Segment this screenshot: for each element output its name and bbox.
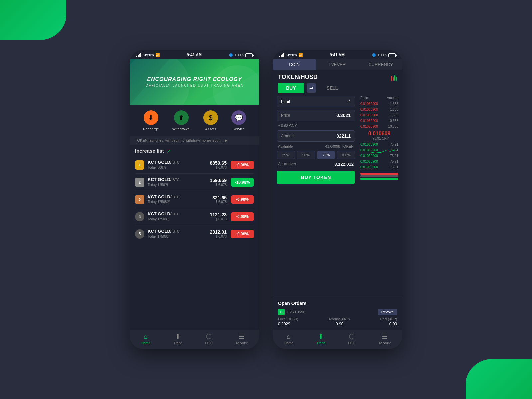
nav-otc-1[interactable]: ⬡ OTC	[200, 332, 218, 345]
ob-amount-col-header: Amount	[387, 96, 398, 100]
bottom-nav-1: ⌂ Home ⬆ Trade ⬡ OTC ☰ Account	[130, 330, 259, 349]
change-badge-2: -10.98%	[231, 178, 254, 187]
phone-1: Sketch 📶 9:41 AM 🔷 100% ENCOURAGING RIGH…	[130, 50, 259, 349]
tab-coin[interactable]: COIN	[273, 59, 316, 70]
nav-home-2[interactable]: ⌂ Home	[279, 333, 299, 345]
marquee-text: TOKEN launches, will begin to withdraw m…	[135, 138, 227, 142]
bottom-nav-2: ⌂ Home ⬆ Trade ⬡ OTC ☰ Account	[273, 330, 402, 349]
order-val-amount: 9.90	[336, 322, 343, 326]
price-field[interactable]: Price 0.3021	[277, 110, 355, 121]
available-row: Avaliable 41.00098 TOKEN	[277, 144, 355, 148]
bg-decoration-br	[466, 359, 532, 399]
status-right-2: 🔷 100%	[372, 53, 396, 57]
coin-price-col-3: 321.65 $ 6.078	[212, 195, 227, 204]
list-item[interactable]: 1 KCT GOLD/ BTC Today 508万 8859.65 $ 6.0…	[135, 156, 254, 174]
trade-icon-2: ⬆	[318, 332, 324, 340]
amount-label: Amount	[281, 134, 295, 138]
coin-price-col-4: 1121.23 $ 6.078	[210, 212, 227, 221]
ob-bid-amount-3: 75.91	[390, 154, 398, 158]
rank-badge-1: 1	[135, 160, 144, 170]
ob-ask-amount-4: 10,358	[388, 119, 398, 123]
tab-currency[interactable]: CURRENCY	[359, 59, 402, 70]
coin-pair-3: BTC	[173, 195, 179, 199]
nav-home-1[interactable]: ⌂ Home	[136, 333, 156, 345]
battery-icon-1	[245, 53, 253, 57]
action-recharge[interactable]: ⬇ Recharge	[143, 110, 159, 131]
coin-vol-2: Today 1158万	[148, 183, 210, 187]
ob-ask-price-2: 0.01060900	[360, 108, 378, 111]
coin-info-2: KCT GOLD/ BTC Today 1158万	[148, 177, 210, 187]
available-label: Avaliable	[278, 144, 293, 148]
tab-bar: COIN LVEVER CURRENCY	[273, 59, 402, 70]
pct-50[interactable]: 50%	[297, 151, 315, 159]
order-badge: B	[278, 309, 285, 315]
coin-price-1: 8859.65	[210, 160, 227, 166]
order-val-deal: 0.00	[389, 322, 397, 326]
list-item[interactable]: 5 KCT GOLD/ BTC Today 17508万 2312.01 $ 6…	[135, 225, 254, 242]
list-item[interactable]: 3 KCT GOLD/ BTC Today 17508万 321.65 $ 6.…	[135, 191, 254, 208]
bluetooth-icon-2: 🔷	[372, 53, 376, 57]
action-withdrawal[interactable]: ⬆ Withdrawal	[172, 110, 190, 131]
nav-otc-2[interactable]: ⬡ OTC	[343, 332, 361, 345]
ob-ask-amount-2: 1,358	[390, 108, 398, 111]
ob-ask-amount-3: 1,358	[390, 113, 398, 117]
swap-button[interactable]: ⇌	[307, 83, 316, 93]
home-icon-2: ⌂	[287, 333, 291, 340]
order-col-amount: Amount (XRP)	[329, 317, 350, 321]
coin-name-4: KCT GOLD/ BTC	[148, 211, 210, 216]
amount-field[interactable]: Amount 3221.1	[277, 130, 355, 142]
tab-lvever[interactable]: LVEVER	[316, 59, 359, 70]
ob-ask-amount-5: 10,358	[388, 125, 398, 128]
list-item[interactable]: 2 KCT GOLD/ BTC Today 1158万 159.659 $ 6.…	[135, 174, 254, 191]
rank-badge-3: 3	[135, 195, 144, 204]
coin-name-5: KCT GOLD/ BTC	[148, 229, 210, 234]
pct-75[interactable]: 75%	[317, 151, 335, 159]
nav-account-2[interactable]: ☰ Account	[373, 332, 396, 345]
pct-25[interactable]: 25%	[277, 151, 295, 159]
service-label: Service	[233, 127, 245, 131]
action-service[interactable]: 💬 Service	[231, 110, 246, 131]
trade-label-2: Trade	[317, 341, 325, 345]
coin-price-2: 159.659	[210, 178, 227, 183]
ob-header: Price Amount	[359, 96, 400, 101]
sell-button[interactable]: SELL	[319, 83, 346, 93]
status-bar-2: Sketch 📶 9:41 AM 🔷 100%	[273, 50, 402, 59]
battery-pct-1: 100%	[235, 53, 244, 57]
quick-actions: ⬇ Recharge ⬆ Withdrawal $ Assets 💬 Servi…	[130, 105, 259, 136]
coin-price-col-2: 159.659 $ 6.078	[210, 178, 227, 187]
revoke-button[interactable]: Revoke	[378, 309, 397, 315]
ob-ask-price-5: 0.01060900	[360, 125, 378, 128]
nav-account-1[interactable]: ☰ Account	[230, 332, 253, 345]
chart-candlestick-icon	[391, 74, 397, 81]
action-assets[interactable]: $ Assets	[203, 110, 218, 131]
status-right-1: 🔷 100%	[229, 53, 253, 57]
trade-label-1: Trade	[174, 341, 182, 345]
coin-pair-1: BTC	[173, 161, 179, 164]
open-orders-section: Open Orders B 15:50 05/01 Revoke Price (…	[273, 297, 402, 330]
order-book: Price Amount 0.01060900 1,358 0.01060900…	[359, 96, 402, 294]
ob-ask-row: 0.01060900 10,358	[359, 118, 400, 124]
order-val-price: 0.2029	[278, 322, 290, 326]
buy-button[interactable]: BUY	[278, 83, 304, 93]
coin-info-4: KCT GOLD/ BTC Today 17508万	[148, 211, 210, 222]
withdrawal-icon: ⬆	[174, 110, 189, 125]
coin-price-4: 1121.23	[210, 212, 227, 217]
account-icon-2: ☰	[382, 332, 388, 340]
available-value: 41.00098 TOKEN	[325, 144, 354, 148]
list-item[interactable]: 4 KCT GOLD/ BTC Today 17508万 1121.23 $ 6…	[135, 208, 254, 225]
nav-trade-2[interactable]: ⬆ Trade	[311, 332, 331, 345]
account-label-1: Account	[236, 341, 248, 345]
turnover-label: A turnover	[278, 162, 296, 167]
buy-token-button[interactable]: BUY TOKEN	[277, 171, 355, 184]
phones-container: Sketch 📶 9:41 AM 🔷 100% ENCOURAGING RIGH…	[130, 50, 402, 349]
ob-mid-section: 0.010609 ≈ 75.91 CNY	[359, 129, 400, 142]
list-trend-icon: ↗	[167, 148, 171, 154]
rank-badge-4: 4	[135, 212, 144, 221]
pct-100[interactable]: 100%	[337, 151, 355, 159]
bg-decoration-tl	[0, 0, 66, 40]
ob-ask-price-4: 0.01060900	[360, 119, 378, 123]
coin-info-5: KCT GOLD/ BTC Today 17508万	[148, 229, 210, 239]
nav-trade-1[interactable]: ⬆ Trade	[168, 332, 188, 345]
limit-selector[interactable]: Limit ⇌	[277, 96, 355, 107]
phone-2: Sketch 📶 9:41 AM 🔷 100% COIN LVEVER CURR…	[273, 50, 402, 349]
